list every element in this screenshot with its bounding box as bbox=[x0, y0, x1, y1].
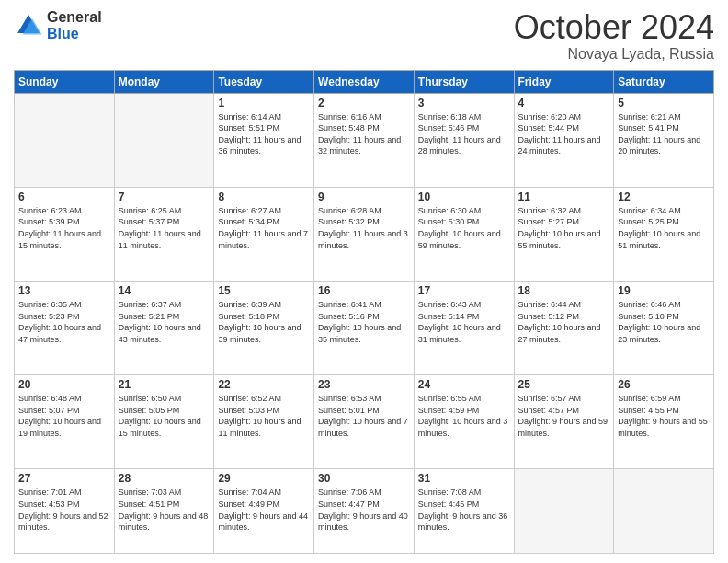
table-row: 1Sunrise: 6:14 AM Sunset: 5:51 PM Daylig… bbox=[214, 93, 314, 187]
logo-icon bbox=[14, 11, 43, 40]
day-info: Sunrise: 6:34 AM Sunset: 5:25 PM Dayligh… bbox=[618, 205, 710, 251]
table-row: 25Sunrise: 6:57 AM Sunset: 4:57 PM Dayli… bbox=[514, 375, 614, 469]
table-row: 5Sunrise: 6:21 AM Sunset: 5:41 PM Daylig… bbox=[614, 93, 714, 187]
day-info: Sunrise: 6:20 AM Sunset: 5:44 PM Dayligh… bbox=[518, 111, 610, 157]
day-number: 28 bbox=[119, 472, 210, 485]
day-info: Sunrise: 6:16 AM Sunset: 5:48 PM Dayligh… bbox=[318, 111, 410, 157]
table-row bbox=[114, 93, 214, 187]
day-number: 19 bbox=[618, 284, 710, 297]
day-info: Sunrise: 6:32 AM Sunset: 5:27 PM Dayligh… bbox=[518, 205, 610, 251]
col-thursday: Thursday bbox=[414, 70, 514, 93]
table-row: 7Sunrise: 6:25 AM Sunset: 5:37 PM Daylig… bbox=[114, 187, 214, 281]
day-number: 17 bbox=[418, 284, 510, 297]
day-number: 6 bbox=[18, 190, 110, 203]
col-monday: Monday bbox=[114, 70, 214, 93]
table-row: 17Sunrise: 6:43 AM Sunset: 5:14 PM Dayli… bbox=[414, 282, 514, 375]
day-number: 22 bbox=[218, 378, 310, 391]
day-info: Sunrise: 6:53 AM Sunset: 5:01 PM Dayligh… bbox=[318, 393, 410, 439]
day-info: Sunrise: 6:59 AM Sunset: 4:55 PM Dayligh… bbox=[618, 393, 710, 439]
calendar-row: 20Sunrise: 6:48 AM Sunset: 5:07 PM Dayli… bbox=[15, 375, 714, 469]
day-number: 2 bbox=[318, 97, 410, 109]
day-info: Sunrise: 7:04 AM Sunset: 4:49 PM Dayligh… bbox=[218, 487, 310, 533]
table-row bbox=[514, 469, 614, 554]
day-info: Sunrise: 6:41 AM Sunset: 5:16 PM Dayligh… bbox=[318, 299, 410, 345]
day-number: 25 bbox=[518, 378, 610, 391]
day-number: 9 bbox=[318, 190, 410, 203]
day-info: Sunrise: 6:35 AM Sunset: 5:23 PM Dayligh… bbox=[18, 299, 110, 345]
logo-blue: Blue bbox=[47, 26, 102, 42]
col-saturday: Saturday bbox=[614, 70, 714, 93]
table-row: 15Sunrise: 6:39 AM Sunset: 5:18 PM Dayli… bbox=[214, 282, 314, 375]
calendar-row: 1Sunrise: 6:14 AM Sunset: 5:51 PM Daylig… bbox=[15, 93, 714, 187]
day-info: Sunrise: 7:06 AM Sunset: 4:47 PM Dayligh… bbox=[318, 487, 410, 533]
day-number: 27 bbox=[18, 472, 110, 485]
day-info: Sunrise: 6:44 AM Sunset: 5:12 PM Dayligh… bbox=[518, 299, 610, 345]
day-number: 7 bbox=[119, 190, 210, 203]
day-number: 29 bbox=[218, 472, 310, 485]
day-number: 18 bbox=[518, 284, 610, 297]
day-info: Sunrise: 7:01 AM Sunset: 4:53 PM Dayligh… bbox=[18, 487, 110, 533]
day-number: 11 bbox=[518, 190, 610, 203]
day-number: 1 bbox=[218, 97, 310, 109]
table-row: 10Sunrise: 6:30 AM Sunset: 5:30 PM Dayli… bbox=[414, 187, 514, 281]
table-row: 9Sunrise: 6:28 AM Sunset: 5:32 PM Daylig… bbox=[314, 187, 415, 281]
table-row: 26Sunrise: 6:59 AM Sunset: 4:55 PM Dayli… bbox=[614, 375, 714, 469]
day-number: 5 bbox=[618, 97, 710, 109]
day-info: Sunrise: 6:55 AM Sunset: 4:59 PM Dayligh… bbox=[418, 393, 510, 439]
calendar-row: 6Sunrise: 6:23 AM Sunset: 5:39 PM Daylig… bbox=[15, 187, 714, 281]
col-friday: Friday bbox=[514, 70, 614, 93]
table-row: 24Sunrise: 6:55 AM Sunset: 4:59 PM Dayli… bbox=[414, 375, 514, 469]
table-row bbox=[15, 93, 115, 187]
day-number: 16 bbox=[318, 284, 410, 297]
table-row bbox=[614, 469, 714, 554]
location-title: Novaya Lyada, Russia bbox=[514, 46, 714, 63]
table-row: 20Sunrise: 6:48 AM Sunset: 5:07 PM Dayli… bbox=[15, 375, 115, 469]
col-sunday: Sunday bbox=[15, 70, 115, 93]
day-info: Sunrise: 6:39 AM Sunset: 5:18 PM Dayligh… bbox=[218, 299, 310, 345]
table-row: 23Sunrise: 6:53 AM Sunset: 5:01 PM Dayli… bbox=[314, 375, 415, 469]
calendar-row: 13Sunrise: 6:35 AM Sunset: 5:23 PM Dayli… bbox=[15, 282, 714, 375]
logo: General Blue bbox=[14, 9, 102, 41]
day-info: Sunrise: 6:37 AM Sunset: 5:21 PM Dayligh… bbox=[119, 299, 210, 345]
day-info: Sunrise: 7:08 AM Sunset: 4:45 PM Dayligh… bbox=[418, 487, 510, 533]
table-row: 31Sunrise: 7:08 AM Sunset: 4:45 PM Dayli… bbox=[414, 469, 514, 554]
table-row: 19Sunrise: 6:46 AM Sunset: 5:10 PM Dayli… bbox=[614, 282, 714, 375]
table-row: 18Sunrise: 6:44 AM Sunset: 5:12 PM Dayli… bbox=[514, 282, 614, 375]
table-row: 11Sunrise: 6:32 AM Sunset: 5:27 PM Dayli… bbox=[514, 187, 614, 281]
table-row: 27Sunrise: 7:01 AM Sunset: 4:53 PM Dayli… bbox=[15, 469, 115, 554]
table-row: 21Sunrise: 6:50 AM Sunset: 5:05 PM Dayli… bbox=[114, 375, 214, 469]
day-info: Sunrise: 6:21 AM Sunset: 5:41 PM Dayligh… bbox=[618, 111, 710, 157]
logo-general: General bbox=[47, 9, 102, 26]
table-row: 12Sunrise: 6:34 AM Sunset: 5:25 PM Dayli… bbox=[614, 187, 714, 281]
table-row: 3Sunrise: 6:18 AM Sunset: 5:46 PM Daylig… bbox=[414, 93, 514, 187]
day-info: Sunrise: 6:14 AM Sunset: 5:51 PM Dayligh… bbox=[218, 111, 310, 157]
day-number: 10 bbox=[418, 190, 510, 203]
day-number: 20 bbox=[18, 378, 110, 391]
day-number: 4 bbox=[518, 97, 610, 109]
table-row: 16Sunrise: 6:41 AM Sunset: 5:16 PM Dayli… bbox=[314, 282, 415, 375]
title-block: October 2024 Novaya Lyada, Russia bbox=[514, 9, 714, 63]
day-info: Sunrise: 6:50 AM Sunset: 5:05 PM Dayligh… bbox=[119, 393, 210, 439]
day-info: Sunrise: 6:28 AM Sunset: 5:32 PM Dayligh… bbox=[318, 205, 410, 251]
table-row: 2Sunrise: 6:16 AM Sunset: 5:48 PM Daylig… bbox=[314, 93, 415, 187]
calendar-row: 27Sunrise: 7:01 AM Sunset: 4:53 PM Dayli… bbox=[15, 469, 714, 554]
table-row: 28Sunrise: 7:03 AM Sunset: 4:51 PM Dayli… bbox=[114, 469, 214, 554]
day-number: 30 bbox=[318, 472, 410, 485]
day-info: Sunrise: 6:30 AM Sunset: 5:30 PM Dayligh… bbox=[418, 205, 510, 251]
calendar-header-row: Sunday Monday Tuesday Wednesday Thursday… bbox=[15, 70, 714, 93]
page: General Blue October 2024 Novaya Lyada, … bbox=[0, 0, 728, 563]
col-tuesday: Tuesday bbox=[214, 70, 314, 93]
day-info: Sunrise: 6:27 AM Sunset: 5:34 PM Dayligh… bbox=[218, 205, 310, 251]
day-info: Sunrise: 6:48 AM Sunset: 5:07 PM Dayligh… bbox=[18, 393, 110, 439]
month-title: October 2024 bbox=[514, 9, 714, 46]
table-row: 6Sunrise: 6:23 AM Sunset: 5:39 PM Daylig… bbox=[15, 187, 115, 281]
day-number: 8 bbox=[218, 190, 310, 203]
day-number: 31 bbox=[418, 472, 510, 485]
day-number: 3 bbox=[418, 97, 510, 109]
day-info: Sunrise: 6:46 AM Sunset: 5:10 PM Dayligh… bbox=[618, 299, 710, 345]
col-wednesday: Wednesday bbox=[314, 70, 415, 93]
header: General Blue October 2024 Novaya Lyada, … bbox=[14, 9, 714, 63]
table-row: 13Sunrise: 6:35 AM Sunset: 5:23 PM Dayli… bbox=[15, 282, 115, 375]
table-row: 4Sunrise: 6:20 AM Sunset: 5:44 PM Daylig… bbox=[514, 93, 614, 187]
day-number: 26 bbox=[618, 378, 710, 391]
